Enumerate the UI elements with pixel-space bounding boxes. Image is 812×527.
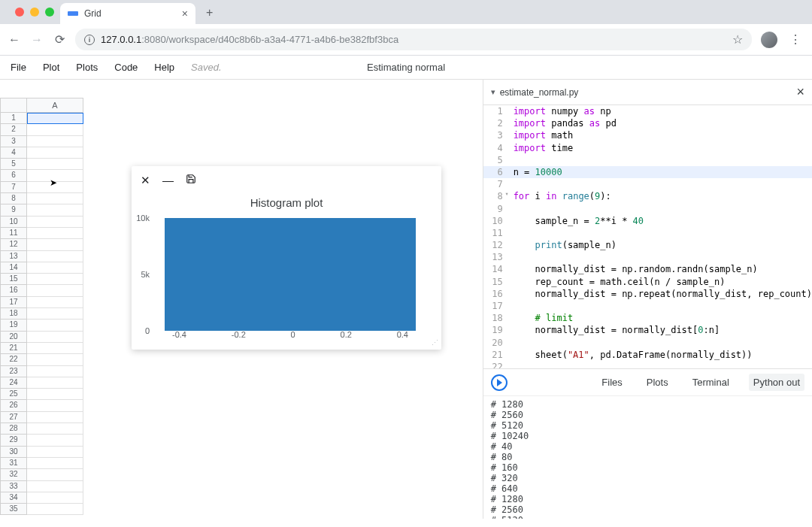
cell[interactable] bbox=[27, 147, 83, 159]
tab-plots[interactable]: Plots bbox=[642, 374, 673, 391]
row-header[interactable]: 6 bbox=[0, 170, 27, 181]
cell[interactable] bbox=[27, 400, 83, 411]
menu-plots[interactable]: Plots bbox=[76, 62, 98, 73]
document-title[interactable]: Estimating normal bbox=[367, 62, 445, 73]
cell[interactable] bbox=[27, 504, 83, 515]
output-console[interactable]: # 1280 # 2560 # 5120 # 10240 # 40 # 80 #… bbox=[483, 396, 812, 519]
reload-button[interactable]: ⟳ bbox=[53, 32, 66, 47]
cell[interactable] bbox=[27, 217, 83, 228]
row-header[interactable]: 13 bbox=[0, 251, 27, 262]
row-header[interactable]: 31 bbox=[0, 458, 27, 469]
row-header[interactable]: 26 bbox=[0, 400, 27, 411]
row-header[interactable]: 20 bbox=[0, 332, 27, 343]
cell[interactable] bbox=[27, 113, 83, 124]
row-header[interactable]: 23 bbox=[0, 366, 27, 377]
row-header[interactable]: 32 bbox=[0, 469, 27, 480]
row-header[interactable]: 4 bbox=[0, 147, 27, 159]
cell[interactable] bbox=[27, 285, 83, 296]
row-header[interactable]: 30 bbox=[0, 447, 27, 458]
row-header[interactable]: 5 bbox=[0, 159, 27, 170]
row-header[interactable]: 15 bbox=[0, 274, 27, 285]
cell[interactable] bbox=[27, 228, 83, 239]
editor-close-icon[interactable]: × bbox=[796, 84, 804, 100]
row-header[interactable]: 27 bbox=[0, 412, 27, 423]
row-header[interactable]: 12 bbox=[0, 239, 27, 250]
row-header[interactable]: 25 bbox=[0, 389, 27, 400]
cell[interactable] bbox=[27, 193, 83, 204]
row-header[interactable]: 8 bbox=[0, 193, 27, 204]
row-header[interactable]: 7 bbox=[0, 182, 27, 193]
row-header[interactable]: 17 bbox=[0, 297, 27, 308]
tab-files[interactable]: Files bbox=[597, 374, 626, 391]
site-info-icon[interactable]: i bbox=[84, 35, 95, 45]
cell[interactable] bbox=[27, 159, 83, 170]
bookmark-icon[interactable]: ☆ bbox=[732, 32, 743, 47]
row-header[interactable]: 10 bbox=[0, 217, 27, 228]
new-tab-button[interactable]: + bbox=[195, 6, 220, 24]
window-minimize-icon[interactable] bbox=[30, 8, 39, 17]
cell[interactable] bbox=[27, 262, 83, 274]
cell[interactable] bbox=[27, 332, 83, 343]
tab-close-icon[interactable]: × bbox=[182, 8, 188, 20]
row-header[interactable]: 2 bbox=[0, 124, 27, 135]
cell[interactable] bbox=[27, 481, 83, 492]
cell[interactable] bbox=[27, 366, 83, 377]
plot-minimize-icon[interactable]: — bbox=[162, 174, 174, 187]
cell[interactable] bbox=[27, 435, 83, 446]
row-header[interactable]: 29 bbox=[0, 435, 27, 446]
row-header[interactable]: 24 bbox=[0, 377, 27, 389]
cell[interactable] bbox=[27, 204, 83, 216]
row-header[interactable]: 3 bbox=[0, 136, 27, 147]
spreadsheet[interactable]: A 12345678910111213141516171819202122232… bbox=[0, 98, 84, 515]
plot-window[interactable]: ✕ — Histogram plot 10k 5k 0 -0.4 -0.2 0 … bbox=[132, 166, 441, 350]
menu-plot[interactable]: Plot bbox=[43, 62, 59, 73]
menu-file[interactable]: File bbox=[11, 62, 26, 73]
row-header[interactable]: 28 bbox=[0, 423, 27, 435]
cell[interactable] bbox=[27, 447, 83, 458]
plot-close-icon[interactable]: ✕ bbox=[141, 174, 150, 187]
row-header[interactable]: 16 bbox=[0, 285, 27, 296]
code-editor[interactable]: 1import numpy as np2import pandas as pd3… bbox=[483, 105, 812, 368]
tab-python-out[interactable]: Python out bbox=[749, 374, 804, 391]
resize-handle-icon[interactable]: ⋰ bbox=[432, 339, 438, 347]
cell[interactable] bbox=[27, 308, 83, 320]
row-header[interactable]: 11 bbox=[0, 228, 27, 239]
row-header[interactable]: 9 bbox=[0, 204, 27, 216]
browser-tab[interactable]: Grid × bbox=[60, 3, 195, 24]
cell[interactable] bbox=[27, 343, 83, 354]
cell[interactable] bbox=[27, 423, 83, 435]
row-header[interactable]: 21 bbox=[0, 343, 27, 354]
menu-help[interactable]: Help bbox=[154, 62, 174, 73]
column-header-a[interactable]: A bbox=[27, 98, 83, 113]
plot-save-icon[interactable] bbox=[186, 174, 196, 187]
row-header[interactable]: 33 bbox=[0, 481, 27, 492]
cell[interactable] bbox=[27, 297, 83, 308]
row-header[interactable]: 22 bbox=[0, 354, 27, 365]
cell[interactable] bbox=[27, 469, 83, 480]
address-bar[interactable]: i 127.0.0.1:8080/workspace/d40c8b6b-a3a4… bbox=[75, 29, 752, 50]
cell[interactable] bbox=[27, 389, 83, 400]
cell[interactable] bbox=[27, 458, 83, 469]
row-header[interactable]: 14 bbox=[0, 262, 27, 274]
row-header[interactable]: 35 bbox=[0, 504, 27, 515]
cell[interactable] bbox=[27, 354, 83, 365]
row-header[interactable]: 19 bbox=[0, 320, 27, 331]
forward-button[interactable]: → bbox=[30, 33, 44, 47]
back-button[interactable]: ← bbox=[8, 33, 21, 47]
cell[interactable] bbox=[27, 412, 83, 423]
menu-code[interactable]: Code bbox=[114, 62, 138, 73]
cell[interactable] bbox=[27, 239, 83, 250]
row-header[interactable]: 1 bbox=[0, 113, 27, 124]
window-maximize-icon[interactable] bbox=[45, 8, 54, 17]
profile-avatar[interactable] bbox=[761, 32, 777, 48]
row-header[interactable]: 34 bbox=[0, 492, 27, 504]
cell[interactable] bbox=[27, 124, 83, 135]
cell[interactable] bbox=[27, 136, 83, 147]
tab-terminal[interactable]: Terminal bbox=[688, 374, 734, 391]
cell[interactable] bbox=[27, 251, 83, 262]
cell[interactable] bbox=[27, 320, 83, 331]
cell[interactable] bbox=[27, 274, 83, 285]
sheet-corner[interactable] bbox=[0, 98, 27, 113]
chevron-down-icon[interactable]: ▾ bbox=[491, 87, 495, 97]
cell[interactable] bbox=[27, 377, 83, 389]
